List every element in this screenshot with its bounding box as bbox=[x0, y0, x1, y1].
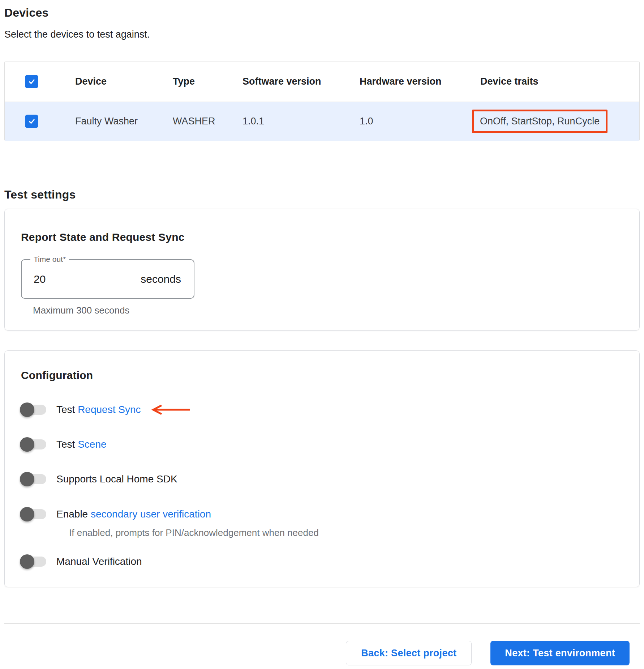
local-home-sdk-toggle[interactable] bbox=[21, 474, 46, 484]
toggle-thumb bbox=[20, 554, 34, 569]
cell-device-traits: OnOff, StartStop, RunCycle bbox=[476, 110, 639, 133]
toggle-label-text: Enable bbox=[56, 508, 91, 520]
devices-section-subtitle: Select the devices to test against. bbox=[4, 28, 640, 41]
column-header-device: Device bbox=[71, 76, 168, 87]
next-test-environment-button[interactable]: Next: Test environment bbox=[490, 641, 630, 665]
device-traits-annotation-box: OnOff, StartStop, RunCycle bbox=[472, 110, 607, 133]
column-header-device-traits: Device traits bbox=[476, 76, 639, 87]
column-header-software-version: Software version bbox=[238, 76, 355, 87]
toggle-row-secondary-user-verification: Enable secondary user verification bbox=[21, 502, 623, 527]
toggle-row-test-request-sync: Test Request Sync bbox=[21, 397, 623, 422]
test-suite-settings-page: Devices Select the devices to test again… bbox=[0, 6, 644, 665]
toggle-thumb bbox=[20, 472, 34, 486]
test-request-sync-toggle[interactable] bbox=[21, 405, 46, 415]
configuration-card: Configuration Test Request Sync Test Sce… bbox=[4, 350, 640, 587]
manual-verification-toggle[interactable] bbox=[21, 557, 46, 567]
secondary-user-verification-toggle[interactable] bbox=[21, 509, 46, 519]
toggle-label-text: Manual Verification bbox=[56, 556, 142, 567]
toggle-label: Enable secondary user verification bbox=[56, 508, 211, 520]
test-settings-title: Test settings bbox=[4, 187, 640, 202]
device-table-header-row: Device Type Software version Hardware ve… bbox=[5, 61, 639, 102]
checkmark-icon bbox=[27, 117, 36, 125]
timeout-input-unit: seconds bbox=[141, 273, 181, 285]
toggle-label-text: Test bbox=[56, 439, 78, 450]
toggle-label: Test Request Sync bbox=[56, 404, 141, 416]
toggle-thumb bbox=[20, 402, 34, 417]
report-state-card-title: Report State and Request Sync bbox=[21, 231, 623, 244]
footer-button-bar: Back: Select project Next: Test environm… bbox=[4, 641, 640, 665]
secondary-user-verification-link[interactable]: secondary user verification bbox=[91, 508, 211, 520]
toggle-label: Manual Verification bbox=[56, 556, 142, 567]
toggle-row-local-home-sdk: Supports Local Home SDK bbox=[21, 466, 623, 492]
request-sync-link[interactable]: Request Sync bbox=[78, 404, 141, 415]
toggle-label-text: Supports Local Home SDK bbox=[56, 473, 177, 485]
cell-device-type: WASHER bbox=[168, 116, 238, 127]
scene-link[interactable]: Scene bbox=[78, 439, 106, 450]
column-header-type: Type bbox=[168, 76, 238, 87]
footer-divider bbox=[4, 623, 640, 624]
toggle-label: Test Scene bbox=[56, 439, 107, 450]
cell-software-version: 1.0.1 bbox=[238, 116, 355, 127]
timeout-input-label: Time out* bbox=[30, 255, 69, 264]
device-traits-value: OnOff, StartStop, RunCycle bbox=[480, 116, 600, 127]
red-arrow-annotation-icon bbox=[149, 404, 191, 416]
select-all-checkbox[interactable] bbox=[25, 75, 38, 88]
cell-hardware-version: 1.0 bbox=[355, 116, 476, 127]
timeout-input[interactable]: Time out* 20 seconds bbox=[21, 259, 194, 299]
toggle-label: Supports Local Home SDK bbox=[56, 473, 177, 485]
test-scene-toggle[interactable] bbox=[21, 439, 46, 449]
device-row-checkbox[interactable] bbox=[25, 115, 38, 128]
devices-section-title: Devices bbox=[4, 6, 640, 20]
row-checkbox-cell bbox=[5, 115, 71, 128]
device-table: Device Type Software version Hardware ve… bbox=[4, 61, 640, 141]
toggle-row-test-scene: Test Scene bbox=[21, 432, 623, 457]
cell-device-name: Faulty Washer bbox=[71, 116, 168, 127]
timeout-helper-text: Maximum 300 seconds bbox=[33, 306, 623, 315]
back-select-project-button[interactable]: Back: Select project bbox=[346, 641, 472, 665]
toggle-thumb bbox=[20, 437, 34, 452]
toggle-row-manual-verification: Manual Verification bbox=[21, 549, 623, 574]
checkmark-icon bbox=[27, 77, 36, 86]
report-state-card: Report State and Request Sync Time out* … bbox=[4, 209, 640, 331]
configuration-card-title: Configuration bbox=[21, 369, 623, 382]
timeout-input-value[interactable]: 20 bbox=[34, 273, 141, 285]
table-row: Faulty Washer WASHER 1.0.1 1.0 OnOff, St… bbox=[5, 102, 639, 141]
header-checkbox-cell bbox=[5, 75, 71, 89]
toggle-group-secondary-user-verification: Enable secondary user verification If en… bbox=[21, 502, 623, 538]
column-header-hardware-version: Hardware version bbox=[355, 76, 476, 87]
secondary-user-verification-helper: If enabled, prompts for PIN/acknowledgem… bbox=[69, 528, 623, 538]
toggle-label-text: Test bbox=[56, 404, 78, 415]
toggle-thumb bbox=[20, 507, 34, 521]
